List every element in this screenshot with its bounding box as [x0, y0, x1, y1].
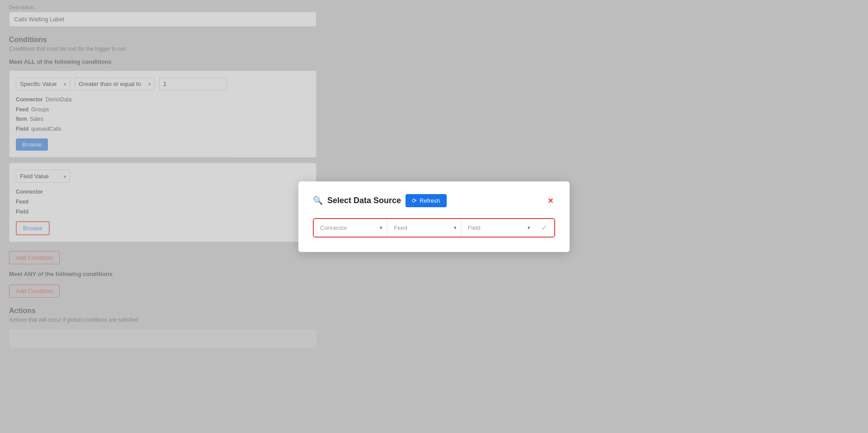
field-select-wrapper: Field [462, 219, 535, 237]
refresh-icon: ⟳ [412, 197, 417, 204]
feed-select-wrapper: Feed [387, 219, 461, 237]
modal-title-area: 🔍 Select Data Source ⟳ Refresh [313, 194, 447, 207]
search-icon: 🔍 [313, 195, 323, 205]
modal-overlay: 🔍 Select Data Source ⟳ Refresh × Connect… [0, 0, 868, 433]
confirm-icon: ✓ [535, 219, 554, 237]
refresh-label: Refresh [420, 197, 440, 204]
field-select[interactable]: Field [462, 219, 535, 237]
modal-selectors-row: Connector Feed Field ✓ [313, 218, 555, 238]
connector-select-wrapper: Connector [314, 219, 387, 237]
close-modal-button[interactable]: × [546, 196, 555, 205]
select-data-source-modal: 🔍 Select Data Source ⟳ Refresh × Connect… [298, 181, 570, 252]
refresh-button[interactable]: ⟳ Refresh [406, 194, 447, 207]
modal-header: 🔍 Select Data Source ⟳ Refresh × [313, 194, 555, 207]
modal-title: Select Data Source [327, 196, 401, 205]
feed-select[interactable]: Feed [387, 219, 461, 237]
connector-select[interactable]: Connector [314, 219, 387, 237]
